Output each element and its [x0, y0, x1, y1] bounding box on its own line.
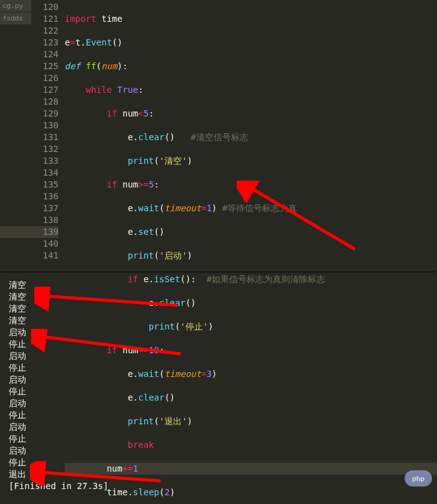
line-number: 132 — [0, 143, 59, 155]
code-line: break — [65, 439, 437, 451]
code-line: print('清空') — [65, 155, 437, 167]
code-line: print('停止') — [65, 321, 437, 333]
code-line: if num>=5: — [65, 179, 437, 191]
tab-file-1[interactable]: cg.py — [0, 0, 31, 12]
code-line: time.sleep(2) — [65, 487, 437, 498]
line-number: 139 — [0, 226, 59, 238]
php-watermark: php — [405, 470, 432, 487]
line-number: 133 — [0, 155, 59, 167]
code-line: e.wait(timeout=3) — [65, 368, 437, 380]
code-line-highlighted: num+=1 — [65, 463, 437, 475]
line-number: 138 — [0, 214, 59, 226]
line-number: 129 — [0, 108, 59, 120]
editor-pane: 1201211221231241251261271281291301311321… — [0, 0, 437, 273]
line-number: 128 — [0, 96, 59, 108]
code-line: print('启动') — [65, 250, 437, 262]
code-line: e.set() — [65, 226, 437, 238]
line-number: 126 — [0, 72, 59, 84]
line-number: 135 — [0, 179, 59, 191]
line-number: 125 — [0, 60, 59, 72]
line-number: 130 — [0, 120, 59, 131]
code-line: e.clear() — [65, 392, 437, 404]
code-line: if num==10: — [65, 345, 437, 356]
code-line: if e.isSet(): #如果信号标志为真则清除标志 — [65, 273, 437, 285]
line-number: 122 — [0, 25, 59, 37]
code-line: e.clear() — [65, 297, 437, 309]
line-number: 123 — [0, 37, 59, 49]
line-number: 136 — [0, 191, 59, 202]
tab-file-2[interactable]: fsdds — [0, 12, 31, 25]
code-line: import time — [65, 13, 437, 25]
line-number: 141 — [0, 250, 59, 262]
tab-bar: cg.py fsdds — [0, 0, 31, 25]
line-number: 137 — [0, 202, 59, 214]
code-line: e=t.Event() — [65, 37, 437, 49]
code-line: e.wait(timeout=1) #等待信号标志为真 — [65, 202, 437, 214]
line-number: 127 — [0, 84, 59, 96]
line-number: 131 — [0, 131, 59, 143]
line-number: 134 — [0, 167, 59, 179]
code-line: print('退出') — [65, 416, 437, 427]
code-line: if num<5: — [65, 108, 437, 120]
code-line: def ff(num): — [65, 60, 437, 72]
code-line: e.clear() #清空信号标志 — [65, 131, 437, 143]
line-gutter: 1201211221231241251261271281291301311321… — [0, 0, 65, 271]
line-number: 140 — [0, 238, 59, 250]
code-area[interactable]: import time e=t.Event() def ff(num): whi… — [65, 0, 437, 271]
line-number: 124 — [0, 49, 59, 60]
code-line: while True: — [65, 84, 437, 96]
